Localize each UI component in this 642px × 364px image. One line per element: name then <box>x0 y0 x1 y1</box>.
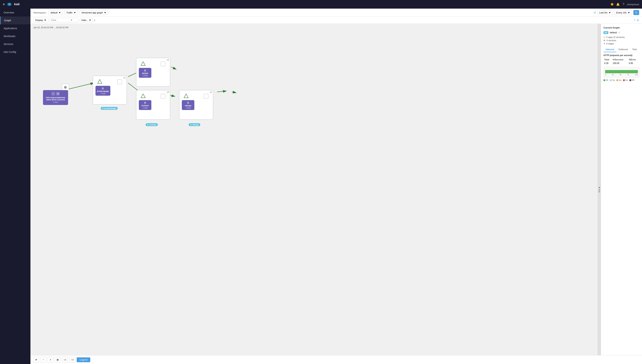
content-area: Namespace: default ▼ Traffic ▼ Versioned… <box>30 8 642 364</box>
bar-labels: 0 25 50 75 100 <box>605 74 638 76</box>
reviews-app-badge: A reviews <box>146 123 158 126</box>
settings-icon[interactable]: ⚙ <box>637 19 639 22</box>
legend-nr: NR <box>630 79 634 81</box>
details-version: v1 <box>167 59 169 61</box>
productpage-service-box <box>117 80 122 84</box>
details-workload[interactable]: ⊞ details 1 host <box>139 68 151 78</box>
time-range-dropdown[interactable]: Last 5m ▼ <box>597 10 613 15</box>
ratings-service-triangle <box>184 94 188 99</box>
services-icon: ⚙ <box>604 39 606 42</box>
bell-icon[interactable]: 🔔 <box>616 3 620 6</box>
ratings-name: ratings <box>185 104 192 106</box>
namespace-dropdown[interactable]: default ▼ <box>48 10 63 15</box>
node-filter-2[interactable]: ⊹2 <box>69 357 75 362</box>
productpage-service-triangle <box>97 79 102 84</box>
tab-total[interactable]: Total <box>630 47 639 52</box>
svg-line-9 <box>170 96 175 96</box>
brand-name: kiali <box>14 3 20 6</box>
col-success: %Success <box>612 58 628 61</box>
navbar: ≡ kiali 🔔 ? anonymous <box>0 0 642 8</box>
ratings-workload[interactable]: ⊞ ratings 1 host <box>182 100 194 110</box>
productpage-host: 1 host <box>100 92 105 94</box>
layout-button[interactable]: ⊞ <box>55 357 60 362</box>
refresh-button[interactable]: ↻ <box>634 10 639 15</box>
reviews-version: v3 <box>167 91 169 93</box>
hamburger-menu[interactable]: ≡ <box>3 2 5 6</box>
details-service-triangle <box>140 61 146 67</box>
productpage-app-badge: A productpage <box>101 106 118 110</box>
check-icon: ✓ <box>618 31 620 34</box>
col-total: Total <box>604 58 612 61</box>
ingress-gateway-node[interactable]: → ⊞ istio-ingressgateway latest (istio-s… <box>43 90 68 105</box>
edges-icon: ✦ <box>604 42 605 45</box>
unknown-node[interactable]: ⚙ <box>62 84 69 91</box>
ns-badge: NS <box>604 31 608 34</box>
val-error: 0.00 <box>628 61 640 65</box>
display-dropdown[interactable]: Display ▼ <box>33 18 48 22</box>
stat-apps: ⬡ 5 apps (5 versions) <box>604 36 640 38</box>
legend-4xx-dot <box>616 79 618 81</box>
status-indicator <box>611 3 613 6</box>
workload-icon: ⊞ <box>144 69 146 72</box>
sidebar-item-applications[interactable]: Applications <box>0 24 30 32</box>
find-input-wrapper: ▼ <box>50 18 78 22</box>
legend-3xx: 3xx <box>610 79 615 81</box>
svg-line-11 <box>217 91 226 92</box>
legend-ok-dot <box>604 79 605 81</box>
reviews-group: v3 ⊞ reviews 1 host <box>136 90 170 120</box>
workload-icon: ⊞ <box>144 101 146 104</box>
fit-button[interactable]: ✛ <box>33 357 39 362</box>
node-filter-1[interactable]: ⊹1 <box>62 357 68 362</box>
productpage-name: productpage <box>97 90 109 92</box>
legend-button[interactable]: Legend <box>77 357 90 362</box>
reviews-service-box <box>161 94 165 98</box>
bottom-toolbar: ✛ − + ⊞ ⊹1 ⊹2 Legend <box>30 355 642 364</box>
sidebar-item-istio-config[interactable]: Istio Config <box>0 48 30 56</box>
sidebar-item-services[interactable]: Services <box>0 40 30 48</box>
info-icon[interactable]: ℹ <box>94 19 95 22</box>
chevron-down-icon: ▼ <box>44 19 46 22</box>
details-host: 1 host <box>142 75 148 77</box>
val-total: 0.28 <box>604 61 612 65</box>
sidebar-item-graph[interactable]: Graph <box>0 16 30 24</box>
hide-dropdown[interactable]: Hide... ▼ <box>80 18 93 22</box>
panel-hide-bar[interactable]: ◀ Hide <box>598 24 601 355</box>
val-success: 100.00 <box>612 61 628 65</box>
http-table-row: 0.28 100.00 0.00 <box>604 61 640 65</box>
user-icon[interactable]: ? <box>623 3 624 6</box>
sidebar-item-workloads[interactable]: Workloads <box>0 32 30 40</box>
arrow-right-icon: → <box>52 92 55 96</box>
graph-timestamp: Jan 03, 03:44:33 PM ... 03:49:33 PM <box>33 26 68 29</box>
graph-canvas[interactable]: Jan 03, 03:44:33 PM ... 03:49:33 PM <box>30 24 598 355</box>
productpage-group: v1 ⊞ productpage 1 host <box>93 76 127 104</box>
ratings-service-box <box>204 94 208 98</box>
svg-marker-16 <box>184 94 188 98</box>
graph-area: Jan 03, 03:44:33 PM ... 03:49:33 PM <box>30 24 642 355</box>
ratings-badge-label: A ratings <box>188 123 200 126</box>
apps-icon: ⬡ <box>604 36 605 38</box>
panel-content: Current Graph: NS default ✓ ⬡ 5 apps (5 … <box>601 24 642 355</box>
find-input[interactable] <box>52 19 69 22</box>
zoom-out-button[interactable]: − <box>40 357 46 362</box>
legend-ok: OK <box>604 79 608 81</box>
graph-arrows <box>30 24 598 355</box>
chevron-down-icon: ▼ <box>74 11 76 14</box>
reviews-workload[interactable]: ⊞ reviews 1 host <box>139 100 151 110</box>
tab-outbound[interactable]: Outbound <box>616 47 630 52</box>
sidebar-item-overview[interactable]: Overview <box>0 8 30 16</box>
help-icon[interactable]: ? <box>634 19 635 22</box>
ratings-group: v1 ⊞ ratings 1 host <box>179 90 213 120</box>
chevron-down-icon: ▼ <box>89 19 91 22</box>
stats-list: ⬡ 5 apps (5 versions) ⚙ 4 services ✦ 8 e… <box>604 36 640 45</box>
navbar-right: 🔔 ? anonymous <box>611 3 639 6</box>
zoom-in-button[interactable]: + <box>48 357 54 362</box>
legend-5xx: 5xx <box>623 79 628 81</box>
productpage-workload[interactable]: ⊞ productpage 1 host <box>96 86 110 96</box>
traffic-dropdown[interactable]: Traffic ▼ <box>64 10 78 15</box>
refresh-interval-dropdown[interactable]: Every 15s ▼ <box>614 10 632 15</box>
tab-inbound[interactable]: Inbound <box>604 47 616 52</box>
http-table: Total %Success %Error 0.28 100.00 0.00 <box>604 58 640 65</box>
svg-line-12 <box>232 92 236 93</box>
graph-type-dropdown[interactable]: Versioned app graph ▼ <box>79 10 108 15</box>
legend-3xx-dot <box>610 79 612 81</box>
